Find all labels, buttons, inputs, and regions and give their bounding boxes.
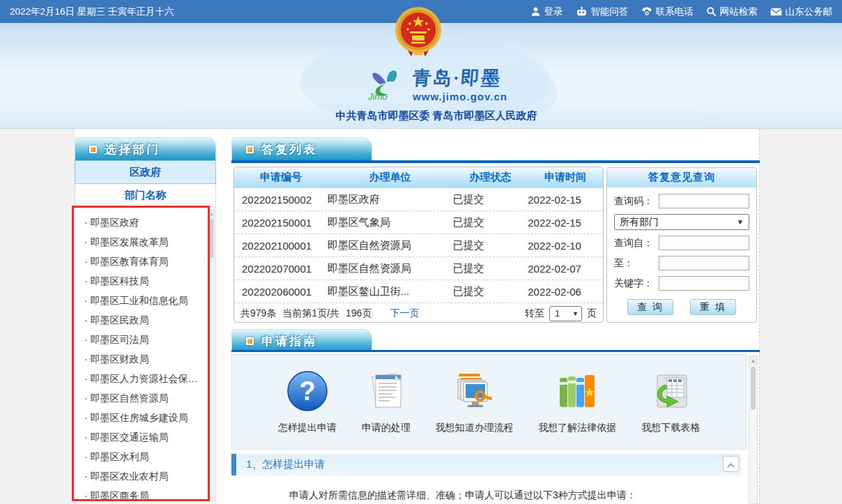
department-item[interactable]: · 即墨区人力资源社会保… — [84, 369, 215, 388]
cell-unit: 即墨区政府 — [328, 193, 453, 206]
cell-status: 已提交 — [452, 216, 528, 229]
table-download-icon — [649, 369, 692, 413]
sidebar-header: 选择部门 — [75, 137, 216, 160]
cell-id: 202202060001 — [234, 286, 328, 298]
sidebar-column-header: 部门名称 — [75, 184, 216, 207]
guide-item-label: 怎样提出申请 — [278, 422, 337, 434]
gov-mail-label: 山东公务邮 — [786, 6, 833, 18]
page-select[interactable]: 1 ▼ — [549, 306, 582, 321]
section-body-text: 申请人对所需信息的描述需详细、准确；申请人可以通过以下3种方式提出申请： — [289, 489, 636, 502]
query-code-input[interactable] — [659, 194, 749, 208]
department-select-value: 所有部门 — [620, 216, 659, 229]
cell-date: 2022-02-15 — [528, 194, 603, 206]
date-to-input[interactable] — [659, 256, 749, 270]
scroll-up-icon[interactable]: ▲ — [209, 210, 214, 217]
collapse-button[interactable] — [723, 456, 739, 472]
site-subtitle: 中共青岛市即墨区委 青岛市即墨区人民政府 — [328, 109, 545, 123]
cell-status: 已提交 — [452, 285, 528, 298]
scrollbar-thumb[interactable] — [210, 219, 213, 258]
books-icon — [556, 369, 599, 413]
table-row[interactable]: 202202060001 即墨区鳌山卫街... 已提交 2022-02-06 — [234, 280, 603, 303]
date-to-label: 至： — [614, 257, 659, 270]
guide-item-label: 申请的处理 — [362, 422, 411, 434]
login-link[interactable]: 登录 — [530, 6, 563, 18]
site-search-link[interactable]: 网站检索 — [706, 6, 758, 18]
smart-qa-link[interactable]: 智能问答 — [576, 6, 629, 18]
department-item[interactable]: · 即墨区财政局 — [84, 349, 215, 369]
cell-date: 2022-02-06 — [528, 286, 603, 298]
reply-list-title: 答复列表 — [261, 142, 317, 158]
reset-button[interactable]: 重 填 — [690, 299, 736, 315]
department-item[interactable]: · 即墨区教育体育局 — [84, 252, 215, 271]
cell-unit: 即墨区自然资源局 — [328, 262, 453, 275]
next-page-link[interactable]: 下一页 — [390, 307, 419, 320]
department-item[interactable]: · 即墨区发展改革局 — [84, 232, 215, 252]
cell-status: 已提交 — [452, 262, 528, 275]
scrollbar-thumb[interactable] — [751, 367, 756, 410]
col-header-date: 申请时间 — [528, 167, 603, 188]
chevron-up-icon — [727, 458, 735, 471]
question-icon: ? — [286, 369, 329, 413]
smart-qa-label: 智能问答 — [591, 6, 629, 18]
department-item[interactable]: · 即墨区住房城乡建设局 — [84, 408, 215, 427]
department-item[interactable]: · 即墨区工业和信息化局 — [84, 291, 215, 310]
search-button[interactable]: 查 询 — [627, 299, 673, 315]
table-row[interactable]: 202202150002 即墨区政府 已提交 2022-02-15 — [234, 188, 603, 211]
contact-phone-link[interactable]: 联系电话 — [641, 6, 694, 18]
department-select-row: 所有部门 ▼ — [614, 214, 749, 230]
guide-item-how-to-apply[interactable]: ? 怎样提出申请 — [278, 369, 337, 434]
scroll-up-icon[interactable]: ▲ — [749, 356, 757, 365]
department-select[interactable]: 所有部门 ▼ — [614, 214, 749, 230]
guide-tab[interactable]: 申请指南 — [231, 329, 372, 352]
orange-square-icon — [246, 337, 254, 345]
department-item[interactable]: · 即墨区水利局 — [84, 447, 215, 466]
guide-title: 申请指南 — [261, 333, 317, 349]
reply-table: 申请编号 办理单位 办理状态 申请时间 202202150002 即墨区政府 已… — [234, 167, 604, 323]
sidebar-scrollbar[interactable]: ▲ — [208, 209, 215, 502]
phone-icon — [641, 6, 652, 17]
cell-unit: 即墨区鳌山卫街... — [328, 285, 453, 298]
guide-item-download-forms[interactable]: 我想下载表格 — [641, 369, 700, 434]
current-page: 当前第1页/共 — [282, 307, 339, 320]
department-item[interactable]: · 即墨区民政局 — [84, 310, 215, 330]
chevron-down-icon: ▼ — [737, 218, 744, 226]
table-row[interactable]: 202202070001 即墨区自然资源局 已提交 2022-02-07 — [234, 257, 603, 280]
table-row[interactable]: 202202150001 即墨区气象局 已提交 2022-02-15 — [234, 211, 603, 234]
department-item[interactable]: · 即墨区司法局 — [84, 330, 215, 349]
guide-item-process-flow[interactable]: 我想知道办理流程 — [435, 369, 513, 434]
guide-scrollbar[interactable]: ▲ — [749, 356, 758, 504]
svg-text:Jimo: Jimo — [367, 91, 387, 102]
reply-list-tab[interactable]: 答复列表 — [231, 137, 372, 160]
department-item[interactable]: · 即墨区商务局 — [84, 486, 215, 504]
keyword-input[interactable] — [659, 276, 749, 291]
site-logo[interactable]: Jimo 青岛·即墨 www.jimo.gov.cn 中共青岛市即墨区委 青岛市… — [328, 63, 545, 123]
table-row[interactable]: 202202100001 即墨区自然资源局 已提交 2022-02-10 — [234, 234, 603, 257]
cell-date: 2022-02-10 — [528, 240, 603, 252]
cell-id: 202202070001 — [234, 263, 328, 275]
national-emblem — [395, 5, 442, 58]
query-form: 查询码： 所有部门 ▼ 查询自： 至： 关键字： 查 询 重 填 — [607, 188, 756, 315]
cell-id: 202202100001 — [234, 240, 328, 252]
cell-unit: 即墨区自然资源局 — [328, 239, 453, 252]
topbar-links: 登录 智能问答 联系电话 网站检索 山东公务邮 — [530, 6, 833, 18]
pagination: 共979条 当前第1页/共 196页 下一页 转至 1 ▼ 页 — [234, 303, 603, 323]
page-count: 196页 — [346, 307, 372, 320]
department-item[interactable]: · 即墨区科技局 — [84, 271, 215, 291]
guide-tab-underline — [231, 350, 760, 352]
date-from-input[interactable] — [659, 236, 749, 250]
department-item[interactable]: · 即墨区政府 — [84, 213, 215, 232]
guide-item-processing[interactable]: 申请的处理 — [362, 369, 411, 434]
gov-mail-link[interactable]: 山东公务邮 — [770, 6, 833, 18]
sidebar-title: 选择部门 — [105, 142, 160, 158]
jimo-bird-icon: Jimo — [365, 63, 407, 105]
department-item[interactable]: · 即墨区农业农村局 — [84, 466, 215, 486]
sidebar-item-district-gov[interactable]: 区政府 — [75, 160, 216, 184]
guide-item-legal-basis[interactable]: 我想了解法律依据 — [538, 369, 616, 434]
department-item[interactable]: · 即墨区交通运输局 — [84, 427, 215, 447]
keyword-row: 关键字： — [614, 276, 749, 291]
chevron-down-icon: ▼ — [572, 310, 579, 317]
site-title: 青岛·即墨 — [412, 66, 508, 91]
department-item[interactable]: · 即墨区自然资源局 — [84, 388, 215, 408]
user-icon — [530, 6, 541, 17]
guide-item-label: 我想了解法律依据 — [538, 422, 616, 434]
